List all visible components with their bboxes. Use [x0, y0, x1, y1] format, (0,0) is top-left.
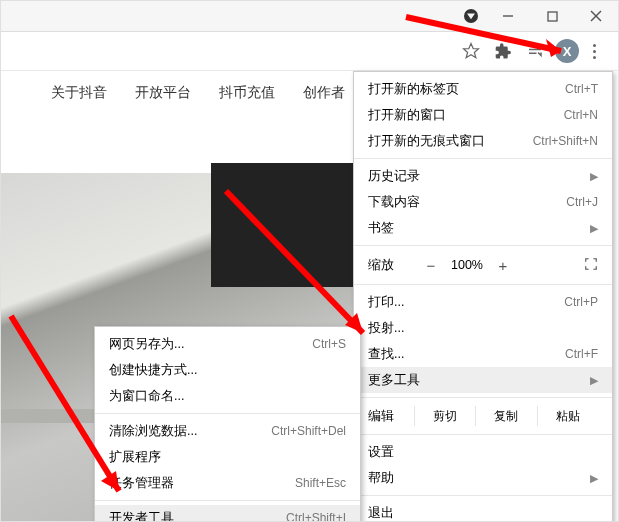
submenu-clear-data[interactable]: 清除浏览数据...Ctrl+Shift+Del: [95, 418, 360, 444]
menu-more-tools[interactable]: 更多工具▶: [354, 367, 612, 393]
menu-new-window[interactable]: 打开新的窗口Ctrl+N: [354, 102, 612, 128]
submenu-create-shortcut[interactable]: 创建快捷方式...: [95, 357, 360, 383]
menu-find[interactable]: 查找...Ctrl+F: [354, 341, 612, 367]
menu-settings[interactable]: 设置: [354, 439, 612, 465]
chevron-right-icon: ▶: [582, 222, 598, 235]
submenu-name-window[interactable]: 为窗口命名...: [95, 383, 360, 409]
tab-dropdown-icon[interactable]: [464, 9, 478, 23]
window-titlebar: [1, 1, 618, 32]
menu-new-tab[interactable]: 打开新的标签页Ctrl+T: [354, 76, 612, 102]
avatar-letter: X: [563, 44, 572, 59]
menu-help[interactable]: 帮助▶: [354, 465, 612, 491]
zoom-in-button[interactable]: +: [490, 257, 516, 274]
chevron-right-icon: ▶: [582, 374, 598, 387]
close-button[interactable]: [574, 2, 618, 30]
edit-cut[interactable]: 剪切: [414, 406, 475, 426]
menu-history[interactable]: 历史记录▶: [354, 163, 612, 189]
menu-edit-row: 编辑 剪切 复制 粘贴: [354, 402, 612, 430]
edit-copy[interactable]: 复制: [475, 406, 536, 426]
menu-bookmarks[interactable]: 书签▶: [354, 215, 612, 241]
svg-marker-0: [467, 14, 475, 20]
menu-exit[interactable]: 退出: [354, 500, 612, 522]
menu-incognito[interactable]: 打开新的无痕式窗口Ctrl+Shift+N: [354, 128, 612, 154]
svg-marker-5: [464, 44, 479, 58]
svg-rect-2: [548, 12, 557, 21]
chevron-right-icon: ▶: [582, 472, 598, 485]
screenshot-canvas: X 关于抖音 开放平台 抖币充值 创作者 打开新的标签页Ctrl+T 打开新的窗…: [0, 0, 619, 522]
menu-cast[interactable]: 投射...: [354, 315, 612, 341]
zoom-out-button[interactable]: −: [418, 257, 444, 274]
minimize-button[interactable]: [486, 2, 530, 30]
profile-avatar[interactable]: X: [554, 38, 580, 64]
nav-link[interactable]: 创作者: [303, 84, 345, 102]
submenu-developer-tools[interactable]: 开发者工具Ctrl+Shift+I: [95, 505, 360, 522]
submenu-task-manager[interactable]: 任务管理器Shift+Esc: [95, 470, 360, 496]
bookmark-star-icon[interactable]: [458, 38, 484, 64]
nav-link[interactable]: 开放平台: [135, 84, 191, 102]
chrome-menu-button[interactable]: [580, 38, 608, 64]
menu-print[interactable]: 打印...Ctrl+P: [354, 289, 612, 315]
more-tools-submenu: 网页另存为...Ctrl+S 创建快捷方式... 为窗口命名... 清除浏览数据…: [94, 326, 361, 522]
menu-zoom: 缩放 − 100% +: [354, 250, 612, 280]
nav-link[interactable]: 抖币充值: [219, 84, 275, 102]
fullscreen-icon[interactable]: [584, 257, 598, 274]
chrome-main-menu: 打开新的标签页Ctrl+T 打开新的窗口Ctrl+N 打开新的无痕式窗口Ctrl…: [353, 71, 613, 522]
zoom-value: 100%: [444, 258, 490, 272]
edit-paste[interactable]: 粘贴: [537, 406, 598, 426]
submenu-extensions[interactable]: 扩展程序: [95, 444, 360, 470]
nav-link[interactable]: 关于抖音: [51, 84, 107, 102]
menu-downloads[interactable]: 下载内容Ctrl+J: [354, 189, 612, 215]
extensions-puzzle-icon[interactable]: [490, 38, 516, 64]
browser-toolbar: X: [1, 32, 618, 71]
chevron-right-icon: ▶: [582, 170, 598, 183]
maximize-button[interactable]: [530, 2, 574, 30]
reading-list-icon[interactable]: [522, 38, 548, 64]
submenu-save-as[interactable]: 网页另存为...Ctrl+S: [95, 331, 360, 357]
